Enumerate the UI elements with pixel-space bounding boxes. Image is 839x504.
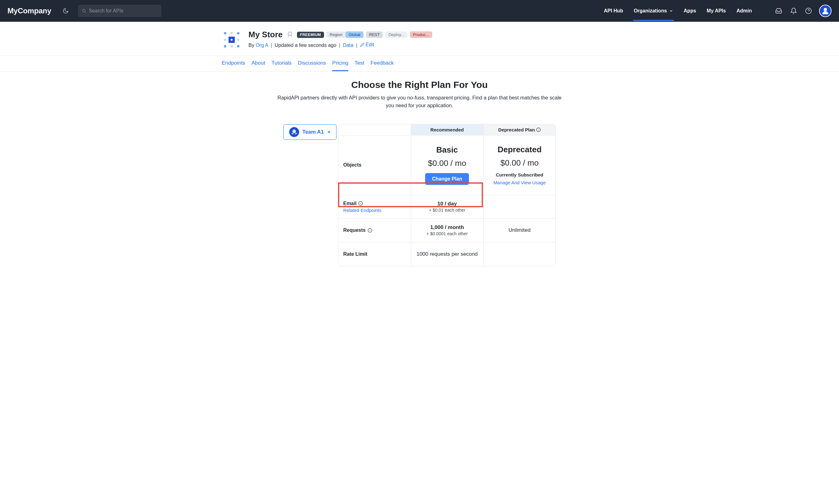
freemium-badge: FREEMIUM — [297, 32, 324, 38]
deprecated-requests-quota: Unlimited — [508, 227, 530, 233]
org-link[interactable]: Org A — [256, 42, 268, 48]
plan-basic-name: Basic — [436, 145, 458, 155]
bookmark-button[interactable] — [287, 31, 293, 39]
production-badge[interactable]: Produc... — [410, 31, 432, 38]
pricing-subtitle: RapidAPI partners directly with API prov… — [273, 94, 566, 109]
svg-point-12 — [293, 129, 296, 133]
basic-requests-extra: + $0.0001 each other — [426, 231, 468, 236]
api-logo — [222, 30, 242, 50]
email-label: Email — [343, 201, 363, 206]
pricing-table: Objects Email Related Endpoints Requests — [338, 124, 556, 266]
svg-point-14 — [295, 130, 295, 131]
pricing-label-column: Objects Email Related Endpoints Requests — [338, 124, 411, 266]
tab-endpoints[interactable]: Endpoints — [222, 60, 245, 67]
edit-link[interactable]: Edit — [360, 42, 374, 48]
tab-pricing[interactable]: Pricing — [332, 60, 348, 67]
svg-point-10 — [237, 45, 240, 48]
notifications-button[interactable] — [789, 6, 798, 15]
help-button[interactable] — [804, 6, 813, 15]
plan-basic-column: Recommended Basic $0.00 / mo Change Plan… — [411, 124, 483, 266]
objects-label: Objects — [343, 162, 362, 168]
updated-text: Updated a few seconds ago — [275, 42, 336, 48]
api-logo-icon — [222, 30, 242, 50]
subscribed-status: Currently Subscribed — [496, 172, 543, 177]
api-header: My Store FREEMIUM Region Global REST Dep… — [202, 22, 637, 55]
top-nav: MyCompany API Hub Organizations Apps My … — [0, 0, 839, 22]
region-label-badge: Region — [327, 31, 346, 38]
inbox-button[interactable] — [774, 6, 783, 15]
help-icon — [805, 7, 812, 14]
plan-deprecated-header: Deprecated Plan — [484, 124, 556, 136]
brand-logo[interactable]: MyCompany — [7, 6, 51, 15]
search-icon — [82, 8, 86, 13]
svg-point-7 — [237, 38, 240, 41]
tab-feedback[interactable]: Feedback — [370, 60, 394, 67]
octopus-icon — [291, 129, 298, 136]
chevron-down-icon — [669, 9, 673, 13]
svg-point-4 — [230, 32, 233, 35]
nav-links: API Hub Organizations Apps My APIs Admin — [603, 5, 832, 17]
tab-tutorials[interactable]: Tutorials — [272, 60, 292, 67]
svg-point-2 — [824, 8, 827, 11]
nav-apps[interactable]: Apps — [683, 8, 697, 14]
plan-header-empty — [338, 124, 411, 136]
svg-point-1 — [806, 8, 811, 14]
region-value-badge: Global — [346, 31, 364, 38]
caret-down-icon — [328, 131, 331, 134]
basic-rate-limit: 1000 requests per second — [416, 251, 478, 257]
svg-point-13 — [293, 130, 294, 131]
plan-deprecated-column: Deprecated Plan Deprecated $0.00 / mo Cu… — [483, 124, 556, 266]
deploy-badge[interactable]: Deploy... — [385, 31, 407, 38]
tab-discussions[interactable]: Discussions — [298, 60, 326, 67]
nav-my-apis[interactable]: My APIs — [706, 8, 727, 14]
badges-row: FREEMIUM Region Global REST Deploy... Pr… — [297, 31, 432, 38]
basic-requests-quota: 1,000 / month — [430, 224, 464, 231]
basic-email-quota: 10 / day — [438, 201, 457, 207]
related-endpoints-link[interactable]: Related Endpoints — [343, 208, 382, 213]
manage-usage-link[interactable]: Manage And View Usage — [493, 180, 546, 185]
team-avatar — [289, 127, 299, 137]
requests-label: Requests — [343, 228, 372, 233]
rest-badge: REST — [366, 31, 383, 38]
bookmark-icon — [287, 31, 293, 38]
pricing-title: Choose the Right Plan For You — [202, 79, 637, 90]
svg-point-0 — [83, 9, 85, 12]
team-name: Team A1 — [302, 129, 324, 135]
moon-icon — [63, 8, 69, 14]
info-icon[interactable] — [358, 201, 363, 206]
svg-point-8 — [224, 45, 226, 48]
api-title: My Store — [248, 30, 283, 39]
plan-deprecated-name: Deprecated — [497, 145, 542, 155]
svg-point-3 — [224, 32, 226, 35]
rate-limit-label: Rate Limit — [343, 251, 367, 257]
team-picker[interactable]: Team A1 — [283, 124, 336, 140]
tab-test[interactable]: Test — [354, 60, 364, 67]
user-avatar[interactable] — [819, 5, 832, 17]
search-box[interactable] — [78, 5, 161, 17]
by-label: By — [248, 42, 255, 48]
tab-about[interactable]: About — [251, 60, 265, 67]
svg-point-5 — [237, 32, 240, 35]
nav-admin[interactable]: Admin — [736, 8, 753, 14]
nav-organizations[interactable]: Organizations — [633, 8, 674, 14]
svg-point-9 — [230, 45, 233, 48]
info-icon[interactable] — [536, 127, 541, 132]
nav-api-hub[interactable]: API Hub — [603, 8, 624, 14]
data-link[interactable]: Data — [343, 42, 353, 48]
plan-deprecated-price: $0.00 / mo — [500, 158, 539, 168]
pricing-section: Choose the Right Plan For You RapidAPI p… — [202, 71, 637, 279]
basic-email-extra: + $0.01 each other — [429, 208, 465, 213]
byline: By Org A | Updated a few seconds ago | D… — [248, 42, 432, 48]
plan-basic-price: $0.00 / mo — [428, 159, 466, 168]
change-plan-button[interactable]: Change Plan — [425, 173, 469, 185]
info-icon[interactable] — [368, 228, 372, 233]
inbox-icon — [775, 7, 782, 14]
tabs-nav: Endpoints About Tutorials Discussions Pr… — [202, 56, 637, 71]
svg-point-6 — [224, 38, 226, 41]
edit-label: Edit — [366, 42, 374, 48]
plan-basic-header: Recommended — [411, 124, 483, 136]
avatar-icon — [821, 7, 829, 15]
nav-organizations-label: Organizations — [634, 8, 667, 14]
dark-mode-toggle[interactable] — [60, 6, 71, 16]
search-input[interactable] — [89, 8, 157, 14]
